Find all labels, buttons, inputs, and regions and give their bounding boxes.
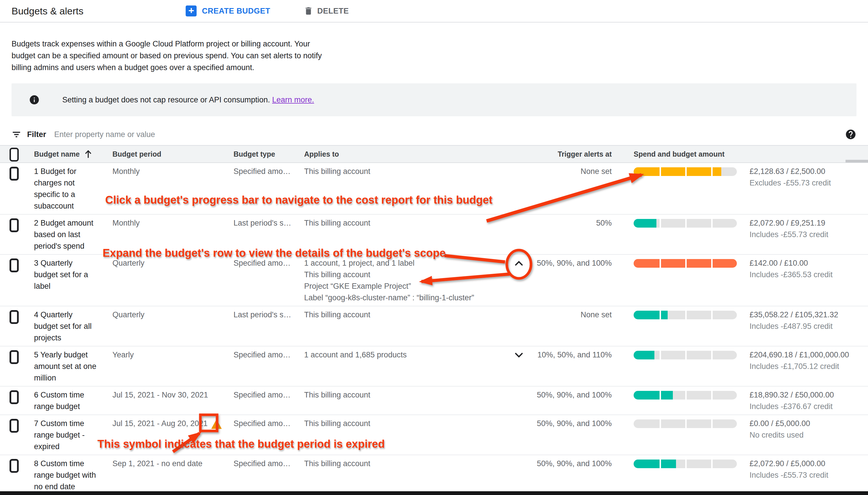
spend-amount-cell: £35,058.22 / £105,321.32 Includes -£487.… [737, 309, 868, 344]
credit-text: Includes -£55.73 credit [749, 469, 868, 481]
plus-icon: + [185, 5, 197, 16]
budget-progress-bar[interactable] [634, 259, 737, 268]
amount-text: £2,128.63 / £2,500.00 [749, 166, 868, 177]
column-budget-name[interactable]: Budget name [34, 150, 112, 159]
row-checkbox-cell [0, 418, 34, 452]
budget-progress-bar[interactable] [634, 460, 737, 468]
spend-amount-cell: £0.00 / £5,000.00 No credits used [737, 418, 868, 452]
budgets-alerts-page: Budgets & alerts + CREATE BUDGET DELETE … [0, 0, 868, 495]
column-budget-type[interactable]: Budget type [233, 150, 304, 158]
row-checkbox-cell [0, 217, 34, 252]
applies-to-line: This billing account [304, 309, 507, 321]
applies-to-line: Label “goog-k8s-cluster-name” : “billing… [304, 292, 507, 304]
applies-to-line: 1 account and 1,685 products [304, 349, 507, 361]
budget-period-text: Quarterly [112, 309, 144, 321]
column-applies-to[interactable]: Applies to [304, 150, 507, 158]
table-body: 1 Budget for charges not specific to a s… [0, 163, 868, 495]
column-budget-period[interactable]: Budget period [112, 150, 233, 158]
row-checkbox-cell [0, 309, 34, 344]
select-all-checkbox[interactable] [10, 148, 19, 161]
horizontal-scrollbar[interactable] [846, 160, 868, 163]
trash-icon [304, 6, 313, 16]
budget-progress-bar[interactable] [634, 311, 737, 319]
intro-text: Budgets track expenses within a Google C… [12, 38, 326, 73]
progress-fill [634, 219, 656, 227]
row-checkbox[interactable] [10, 218, 19, 232]
table-row[interactable]: 5 Yearly budget amount set at one millio… [0, 346, 868, 387]
amount-text: £0.00 / £5,000.00 [749, 418, 868, 429]
chevron-up-icon[interactable] [507, 257, 530, 304]
row-checkbox[interactable] [10, 167, 19, 181]
create-budget-button[interactable]: + CREATE BUDGET [185, 5, 270, 16]
budget-type: Last period's s… [233, 217, 304, 252]
row-checkbox[interactable] [10, 419, 19, 433]
info-banner: Setting a budget does not cap resource o… [12, 83, 856, 116]
applies-to: This billing account [304, 389, 507, 412]
page-header: Budgets & alerts + CREATE BUDGET DELETE [0, 0, 868, 22]
progress-fill [634, 167, 721, 176]
filter-input[interactable] [54, 130, 845, 139]
table-row[interactable]: 8 Custom time range budget with no end d… [0, 455, 868, 495]
table-row[interactable]: 6 Custom time range budget Jul 15, 2021 … [0, 387, 868, 415]
budget-name: 3 Quarterly budget set for a label [34, 257, 112, 304]
budget-period: Quarterly [112, 309, 233, 344]
learn-more-link[interactable]: Learn more. [272, 96, 314, 104]
budget-type: Specified amo… [233, 389, 304, 412]
row-checkbox[interactable] [10, 258, 19, 272]
help-icon[interactable] [845, 129, 856, 140]
budget-period: Jul 15, 2021 - Nov 30, 2021 [112, 389, 233, 412]
delete-button[interactable]: DELETE [304, 6, 349, 16]
table-row[interactable]: 4 Quarterly budget set for all projects … [0, 306, 868, 346]
spend-amount-cell: £18,890.32 / £50,000.00 Includes -£376.6… [737, 389, 868, 412]
budget-progress-bar[interactable] [634, 391, 737, 399]
spend-amount-cell: £2,128.63 / £2,500.00 Excludes -£55.73 c… [737, 166, 868, 212]
progress-fill [634, 460, 676, 468]
column-spend-amount[interactable]: Spend and budget amount [612, 150, 868, 158]
applies-to: This billing account [304, 458, 507, 492]
spend-bar-cell [612, 418, 737, 452]
row-checkbox-cell [0, 257, 34, 304]
budget-progress-bar[interactable] [634, 219, 737, 227]
row-checkbox[interactable] [10, 350, 19, 364]
chevron-down-icon[interactable] [507, 349, 530, 383]
trigger-alerts-value: 50%, 90%, and 100% [530, 458, 612, 492]
spend-bar-cell [612, 389, 737, 412]
spend-bar-cell [612, 217, 737, 252]
budget-progress-bar[interactable] [634, 167, 737, 176]
expand-cell [507, 389, 530, 412]
progress-fill [634, 311, 668, 319]
trigger-alerts-value: 50% [530, 217, 612, 252]
trigger-alerts-value: 50%, 90%, and 100% [530, 418, 612, 452]
expand-cell [507, 217, 530, 252]
table-row[interactable]: 3 Quarterly budget set for a label Quart… [0, 255, 868, 306]
header-checkbox-cell [0, 147, 34, 161]
budget-progress-bar[interactable] [634, 420, 737, 428]
spend-bar-cell [612, 166, 737, 212]
spend-amount-cell: £204,690.18 / £1,000,000.00 Includes -£1… [737, 349, 868, 383]
budget-progress-bar[interactable] [634, 351, 737, 359]
info-icon [29, 94, 40, 105]
applies-to-line: Project “GKE Example Project” [304, 280, 507, 292]
table-row[interactable]: 7 Custom time range budget - expired Jul… [0, 415, 868, 455]
trigger-alerts-value: 50%, 90%, and 100% [530, 389, 612, 412]
applies-to-line: This billing account [304, 458, 507, 469]
banner-text: Setting a budget does not cap resource o… [62, 96, 314, 104]
row-checkbox[interactable] [10, 459, 19, 473]
delete-label: DELETE [317, 7, 349, 16]
budget-period-text: Jul 15, 2021 - Aug 20, 2021 [112, 418, 208, 429]
row-checkbox[interactable] [10, 390, 19, 404]
budget-period: Quarterly [112, 257, 233, 304]
bottom-edge-bar [0, 491, 868, 495]
trigger-alerts-value: None set [530, 309, 612, 344]
budget-period-text: Sep 1, 2021 - no end date [112, 458, 202, 469]
filter-icon [12, 130, 21, 139]
create-budget-label: CREATE BUDGET [202, 7, 270, 16]
table-row[interactable]: 2 Budget amount based on last period's s… [0, 215, 868, 255]
row-checkbox[interactable] [10, 310, 19, 324]
spend-amount-cell: £2,072.90 / £5,000.00 Includes -£55.73 c… [737, 458, 868, 492]
expired-warning-icon[interactable] [211, 419, 222, 432]
credit-text: Excludes -£55.73 credit [749, 177, 868, 189]
column-trigger-alerts[interactable]: Trigger alerts at [530, 150, 612, 158]
budget-name: 4 Quarterly budget set for all projects [34, 309, 112, 344]
table-row[interactable]: 1 Budget for charges not specific to a s… [0, 163, 868, 215]
